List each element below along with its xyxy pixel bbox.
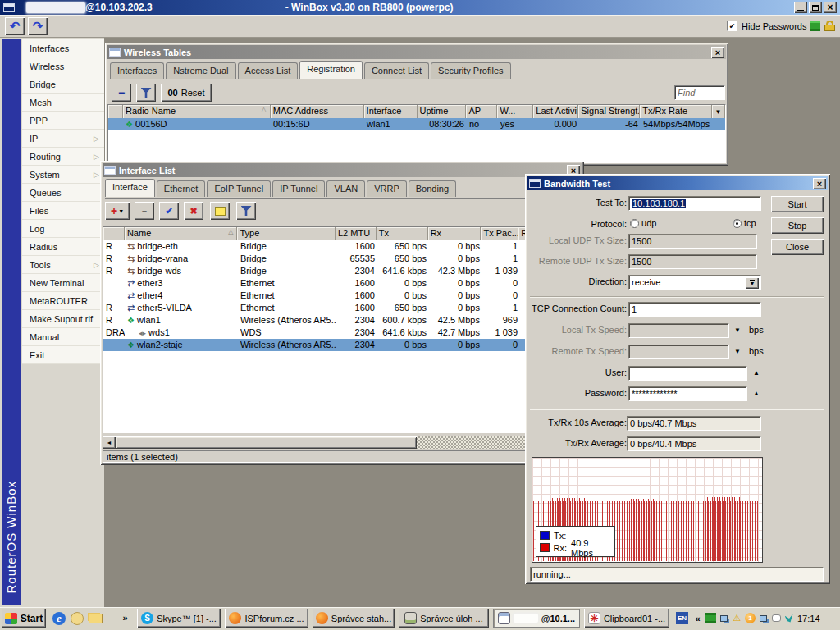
col-tx-pac[interactable]: Tx Pac... bbox=[481, 227, 518, 240]
taskbar-button-skype[interactable]: S Skype™ [1] -... bbox=[137, 609, 221, 628]
add-button[interactable]: +▼ bbox=[105, 202, 130, 220]
col-ap[interactable]: AP bbox=[466, 105, 497, 118]
disable-button[interactable]: ✖ bbox=[184, 202, 203, 220]
sidebar-item-exit[interactable]: Exit bbox=[22, 346, 104, 364]
registration-row[interactable]: ❖ 00156D 00:15:6D wlan1 08:30:26 no yes … bbox=[108, 118, 725, 130]
udp-radio[interactable]: udp bbox=[630, 218, 656, 228]
tab-access-list[interactable]: Access List bbox=[238, 62, 299, 79]
minimize-button[interactable] bbox=[794, 2, 807, 13]
col-type[interactable]: Type bbox=[237, 227, 336, 240]
col-l2mtu[interactable]: L2 MTU bbox=[336, 227, 377, 240]
tab-interface[interactable]: Interface bbox=[105, 179, 155, 197]
network-icon[interactable] bbox=[758, 613, 769, 623]
restore-button[interactable] bbox=[809, 2, 822, 13]
start-button[interactable]: Start bbox=[2, 609, 46, 628]
internet-explorer-icon[interactable]: e bbox=[52, 612, 66, 625]
sidebar-item-wireless[interactable]: Wireless bbox=[22, 57, 104, 75]
sidebar-item-ppp[interactable]: PPP bbox=[22, 112, 104, 130]
stop-button[interactable]: Stop bbox=[771, 217, 824, 234]
interface-row[interactable]: R ❖ wlan1 Wireless (Atheros AR5... 2304 … bbox=[103, 314, 581, 326]
sidebar-item-new-terminal[interactable]: New Terminal bbox=[22, 274, 104, 292]
test-to-input[interactable]: 10.103.180.1 bbox=[628, 196, 761, 211]
sidebar-item-log[interactable]: Log bbox=[22, 220, 104, 238]
combo-dropdown-button[interactable]: ▼ bbox=[746, 277, 759, 289]
horizontal-scrollbar[interactable]: ◄ bbox=[103, 436, 582, 449]
close-dialog-button[interactable]: Close bbox=[771, 239, 824, 255]
taskbar-button-clipboard[interactable]: ✳ Clipboard01 -... bbox=[584, 609, 669, 628]
sidebar-item-ip[interactable]: IP▷ bbox=[22, 130, 104, 148]
tab-vlan[interactable]: VLAN bbox=[326, 180, 365, 197]
sidebar-item-files[interactable]: Files bbox=[22, 202, 104, 220]
col-rx[interactable]: Rx bbox=[428, 227, 482, 240]
col-rate[interactable]: Tx/Rx Rate bbox=[640, 105, 712, 118]
filter-button[interactable] bbox=[236, 202, 256, 220]
scrollbar-thumb[interactable] bbox=[116, 436, 417, 449]
traffic-tray-icon[interactable] bbox=[705, 613, 716, 623]
tcp-radio[interactable]: tcp bbox=[733, 218, 756, 228]
sidebar-item-bridge[interactable]: Bridge bbox=[22, 75, 104, 94]
sidebar-item-interfaces[interactable]: Interfaces bbox=[22, 39, 104, 57]
tray-collapse-icon[interactable]: « bbox=[692, 613, 703, 623]
col-last-activity[interactable]: Last Activit... bbox=[533, 105, 578, 118]
tab-registration[interactable]: Registration bbox=[299, 61, 363, 79]
language-indicator[interactable]: EN bbox=[676, 612, 688, 624]
sidebar-item-routing[interactable]: Routing▷ bbox=[22, 148, 104, 166]
sidebar-item-system[interactable]: System▷ bbox=[22, 166, 104, 184]
interface-row[interactable]: ⇄ ether4 Ethernet 1600 0 bps 0 bps 0 bbox=[103, 290, 581, 302]
col-tx[interactable]: Tx bbox=[377, 227, 428, 240]
redo-button[interactable]: ↷ bbox=[28, 17, 48, 35]
col-name[interactable]: Name△ bbox=[125, 227, 238, 240]
filter-button[interactable] bbox=[136, 84, 156, 102]
col-wds[interactable]: W... bbox=[497, 105, 533, 118]
sidebar-item-mesh[interactable]: Mesh bbox=[22, 94, 104, 112]
interface-row[interactable]: R ⇄ ether5-VILDA Ethernet 1600 650 bps 0… bbox=[103, 302, 581, 314]
dropdown-icon[interactable]: ▼ bbox=[734, 348, 741, 355]
sidebar-item-metarouter[interactable]: MetaROUTER bbox=[22, 292, 104, 310]
dropdown-icon[interactable]: ▼ bbox=[734, 326, 741, 334]
interface-row[interactable]: ⇄ ether3 Ethernet 1600 0 bps 0 bps 0 bbox=[103, 277, 581, 290]
sidebar-item-radius[interactable]: Radius bbox=[22, 238, 104, 256]
taskbar-button-download-manager[interactable]: Správce stah... bbox=[313, 609, 395, 628]
remove-button[interactable]: − bbox=[135, 202, 154, 220]
quick-launch-overflow-icon[interactable]: » bbox=[120, 612, 130, 623]
scroll-left-button[interactable]: ◄ bbox=[103, 436, 116, 449]
folder-launcher-icon[interactable] bbox=[89, 614, 103, 623]
updates-icon[interactable]: 1 bbox=[745, 613, 756, 623]
network-icon[interactable] bbox=[719, 613, 729, 623]
sidebar-item-make-supout[interactable]: Make Supout.rif bbox=[22, 310, 104, 328]
expand-icon[interactable]: ▲ bbox=[753, 390, 760, 397]
col-mac[interactable]: MAC Address bbox=[271, 105, 364, 118]
user-input[interactable] bbox=[628, 366, 747, 381]
start-button[interactable]: Start bbox=[771, 196, 824, 212]
close-button[interactable]: × bbox=[824, 2, 837, 13]
taskbar-button-winbox-active[interactable]: @10.1... bbox=[493, 609, 580, 628]
column-chooser-button[interactable]: ▼ bbox=[712, 105, 725, 118]
password-input[interactable]: ************* bbox=[628, 386, 747, 401]
tab-ip-tunnel[interactable]: IP Tunnel bbox=[272, 180, 325, 197]
security-warning-icon[interactable]: ⚠ bbox=[732, 613, 742, 623]
interface-row[interactable]: DRA ◂▸ wds1 WDS 2304 641.6 kbps 42.7 Mbp… bbox=[103, 326, 581, 339]
tab-connect-list[interactable]: Connect List bbox=[364, 62, 429, 79]
close-button[interactable]: × bbox=[813, 178, 826, 189]
interface-row-selected[interactable]: ❖ wlan2-staje Wireless (Atheros AR5... 2… bbox=[103, 339, 581, 351]
col-interface[interactable]: Interface bbox=[364, 105, 418, 118]
tab-ethernet[interactable]: Ethernet bbox=[157, 180, 206, 197]
hide-passwords-checkbox[interactable]: ✔ bbox=[727, 21, 737, 31]
clock-launcher-icon[interactable] bbox=[71, 612, 84, 625]
enable-button[interactable]: ✔ bbox=[159, 202, 179, 220]
tcp-count-input[interactable]: 1 bbox=[628, 302, 761, 317]
undo-button[interactable]: ↶ bbox=[5, 17, 25, 35]
taskbar-button-ispforum[interactable]: ISPforum.cz ... bbox=[225, 609, 308, 628]
reset-button[interactable]: 00 Reset bbox=[161, 84, 212, 102]
direction-select[interactable]: receive ▼ bbox=[628, 275, 761, 290]
remove-button[interactable]: − bbox=[112, 84, 131, 102]
interface-row[interactable]: R ⇆ bridge-eth Bridge 1600 650 bps 0 bps… bbox=[103, 240, 581, 253]
tab-bonding[interactable]: Bonding bbox=[409, 180, 456, 197]
tab-nstreme-dual[interactable]: Nstreme Dual bbox=[166, 62, 235, 79]
interface-row[interactable]: R ⇆ bridge-vrana Bridge 65535 650 bps 0 … bbox=[103, 253, 581, 265]
sidebar-item-queues[interactable]: Queues bbox=[22, 184, 104, 202]
sidebar-item-manual[interactable]: Manual bbox=[22, 328, 104, 346]
tab-security-profiles[interactable]: Security Profiles bbox=[431, 62, 510, 79]
antivirus-icon[interactable] bbox=[783, 613, 794, 623]
close-button[interactable]: × bbox=[711, 47, 724, 58]
